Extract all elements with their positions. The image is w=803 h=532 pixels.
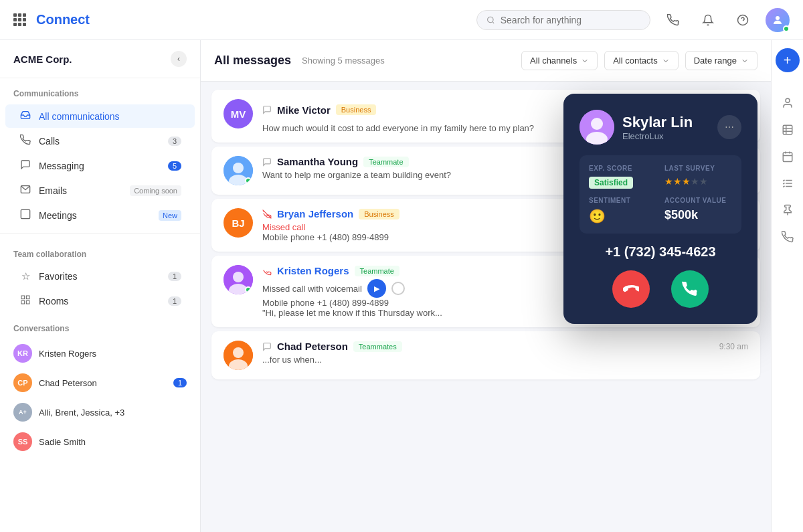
sidebar-item-emails[interactable]: Emails Coming soon	[5, 179, 195, 202]
radio-control[interactable]	[391, 282, 405, 295]
create-button[interactable]: +	[776, 48, 800, 72]
rail-calendar-icon[interactable]	[776, 145, 800, 169]
sidebar-item-meetings[interactable]: Meetings New	[5, 203, 195, 227]
msg-avatar-mike: MV	[224, 99, 253, 128]
search-icon	[486, 15, 495, 25]
message-bubble-icon-5	[262, 342, 272, 351]
msg-name-kristen: Kristen Rogers	[277, 265, 349, 276]
sidebar-item-all-communications[interactable]: All communications	[5, 104, 195, 128]
all-communications-label: All communications	[39, 111, 181, 122]
svg-rect-28	[783, 153, 792, 162]
search-input[interactable]	[501, 15, 640, 25]
sidebar-item-calls[interactable]: Calls 3	[5, 129, 195, 153]
caller-avatar	[579, 110, 614, 145]
svg-rect-7	[26, 296, 29, 299]
showing-label: Showing 5 messages	[302, 56, 385, 66]
answer-call-button[interactable]	[671, 270, 709, 308]
svg-point-23	[786, 98, 790, 102]
conv-avatar-chad: CP	[13, 373, 32, 392]
conv-name-sadie: Sadie Smith	[39, 437, 187, 447]
account-value-block: ACCOUNT VALUE $500k	[664, 197, 732, 224]
favorites-label: Favorites	[39, 271, 161, 282]
msg-avatar-chad	[224, 341, 253, 370]
conversation-kristen-rogers[interactable]: KR Kristen Rogers	[0, 339, 200, 368]
play-voicemail-button[interactable]: ▶	[367, 279, 386, 298]
messaging-badge: 5	[168, 161, 181, 171]
sentiment-block: SENTIMENT 🙂	[589, 197, 656, 224]
rail-phone-icon[interactable]	[776, 225, 800, 249]
team-collaboration-title: Team collaboration	[0, 239, 200, 264]
msg-name-samantha: Samantha Young	[277, 156, 358, 167]
last-survey-block: LAST SURVEY ★★★★★	[664, 165, 732, 189]
meetings-icon	[19, 209, 32, 221]
rail-tasks-icon[interactable]	[776, 171, 800, 195]
company-name: ACME Corp.	[13, 54, 72, 65]
exp-score-block: EXP. SCORE Satisfied	[589, 165, 656, 189]
rail-pin-icon[interactable]	[776, 198, 800, 222]
msg-avatar-kristen	[224, 265, 253, 294]
decline-call-button[interactable]	[612, 270, 650, 308]
emails-tag: Coming soon	[130, 185, 181, 196]
caller-name-block: Skylar Lin ElectroLux	[622, 114, 693, 141]
conv-avatar-kristen: KR	[13, 344, 32, 363]
inbox-icon	[19, 110, 32, 122]
msg-text-chad: ...for us when...	[262, 355, 748, 365]
filters-bar: All channels All contacts Date range	[521, 51, 757, 70]
all-contacts-filter[interactable]: All contacts	[604, 51, 678, 70]
help-icon[interactable]	[731, 8, 755, 32]
conv-name-group: Alli, Brent, Jessica, +3	[39, 408, 187, 418]
conversation-sadie-smith[interactable]: SS Sadie Smith	[0, 427, 200, 456]
msg-tag-chad: Teammates	[353, 341, 402, 352]
conversation-group[interactable]: A+ Alli, Brent, Jessica, +3	[0, 397, 200, 427]
all-channels-filter[interactable]: All channels	[521, 51, 598, 70]
svg-rect-6	[21, 296, 25, 299]
message-chad-peterson[interactable]: Chad Peterson Teammates 9:30 am ...for u…	[211, 331, 760, 379]
date-range-filter[interactable]: Date range	[685, 51, 757, 70]
nav-icons	[661, 8, 790, 32]
exp-score-value: Satisfied	[589, 177, 633, 189]
main-content: All messages Showing 5 messages All chan…	[201, 40, 771, 532]
calls-label: Calls	[39, 136, 161, 147]
svg-rect-8	[21, 300, 25, 304]
sentiment-label: SENTIMENT	[589, 197, 656, 204]
conv-name-chad: Chad Peterson	[39, 378, 167, 388]
svg-point-15	[233, 272, 244, 282]
caller-action-button[interactable]: ⋯	[717, 115, 741, 139]
last-survey-label: LAST SURVEY	[664, 165, 732, 172]
survey-stars: ★★★★★	[664, 176, 732, 187]
rail-contacts-icon[interactable]	[776, 91, 800, 115]
svg-rect-24	[783, 125, 792, 135]
svg-point-11	[233, 163, 244, 173]
grid-icon[interactable]	[13, 13, 25, 26]
phone-nav-icon[interactable]	[661, 8, 685, 32]
main-layout: ACME Corp. ‹ Communications All communic…	[0, 40, 803, 532]
conversation-chad-peterson[interactable]: CP Chad Peterson 1	[0, 368, 200, 397]
phone-voicemail-icon	[262, 266, 272, 276]
favorites-icon: ☆	[19, 270, 32, 282]
caller-info: Skylar Lin ElectroLux ⋯	[579, 110, 741, 145]
messaging-icon	[19, 159, 32, 172]
msg-avatar-samantha	[224, 156, 253, 185]
sidebar-item-rooms[interactable]: Rooms 1	[5, 289, 195, 313]
calls-badge: 3	[168, 137, 181, 146]
msg-body-chad: Chad Peterson Teammates 9:30 am ...for u…	[262, 341, 748, 365]
rooms-label: Rooms	[39, 296, 161, 306]
search-bar[interactable]	[476, 10, 650, 30]
chad-badge: 1	[173, 378, 187, 387]
bell-icon[interactable]	[696, 8, 720, 32]
msg-tag-samantha: Teammate	[363, 157, 408, 167]
sentiment-emoji: 🙂	[589, 209, 606, 224]
sidebar-item-messaging[interactable]: Messaging 5	[5, 154, 195, 177]
exp-score-label: EXP. SCORE	[589, 165, 656, 172]
svg-point-0	[488, 17, 493, 22]
messaging-label: Messaging	[39, 161, 161, 171]
rail-table-icon[interactable]	[776, 118, 800, 142]
svg-rect-5	[21, 209, 29, 218]
svg-point-21	[591, 118, 603, 130]
avatar[interactable]	[766, 8, 790, 32]
call-phone-number: +1 (732) 345-4623	[579, 244, 741, 260]
collapse-sidebar-button[interactable]: ‹	[171, 51, 187, 67]
meetings-label: Meetings	[39, 210, 149, 221]
sidebar-item-favorites[interactable]: ☆ Favorites 1	[5, 265, 195, 288]
emails-icon	[19, 184, 32, 197]
